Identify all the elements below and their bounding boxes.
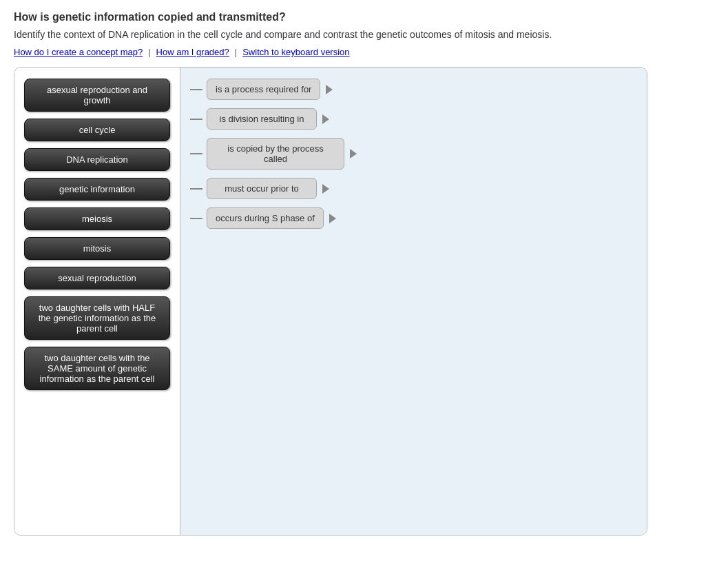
line-left-4 — [190, 188, 202, 190]
conn-must-occur[interactable]: must occur prior to — [207, 178, 317, 199]
concept-map: asexual reproduction and growth cell cyc… — [14, 67, 647, 536]
node-mitosis[interactable]: mitosis — [24, 237, 170, 260]
page-subtitle: Identify the context of DNA replication … — [14, 29, 714, 40]
connector-row-must-occur: must occur prior to — [190, 178, 637, 199]
separator-2: | — [235, 47, 237, 57]
arrow-1 — [326, 85, 333, 94]
node-sexual-repro[interactable]: sexual reproduction — [24, 267, 170, 289]
node-cell-cycle[interactable]: cell cycle — [24, 119, 170, 141]
link-keyboard[interactable]: Switch to keyboard version — [242, 47, 349, 57]
connector-row-copied-by: is copied by the process called — [190, 138, 637, 170]
node-asexual[interactable]: asexual reproduction and growth — [24, 79, 170, 112]
left-panel: asexual reproduction and growth cell cyc… — [14, 68, 180, 535]
arrow-5 — [329, 214, 336, 223]
conn-copied-by[interactable]: is copied by the process called — [207, 138, 344, 170]
line-left-3 — [190, 153, 202, 154]
arrow-4 — [322, 184, 329, 194]
line-left-5 — [190, 218, 202, 219]
separator-1: | — [148, 47, 150, 57]
connector-row-occurs-during: occurs during S phase of — [190, 207, 637, 229]
links-bar: How do I create a concept map? | How am … — [14, 47, 714, 57]
line-left-2 — [190, 119, 202, 120]
link-howto[interactable]: How do I create a concept map? — [14, 47, 143, 57]
node-dna-replication[interactable]: DNA replication — [24, 148, 170, 171]
node-genetic-info[interactable]: genetic information — [24, 178, 170, 201]
right-panel: is a process required for is division re… — [180, 68, 647, 535]
page-title: How is genetic information copied and tr… — [14, 11, 714, 23]
node-two-daughter-same[interactable]: two daughter cells with the SAME amount … — [24, 347, 170, 390]
arrow-2 — [322, 114, 329, 124]
node-meiosis[interactable]: meiosis — [24, 207, 170, 230]
conn-division-resulting[interactable]: is division resulting in — [207, 108, 317, 130]
line-left-1 — [190, 89, 202, 90]
connector-row-division-resulting: is division resulting in — [190, 108, 637, 130]
conn-occurs-during[interactable]: occurs during S phase of — [207, 207, 324, 229]
link-graded[interactable]: How am I graded? — [156, 47, 229, 57]
node-two-daughter-half[interactable]: two daughter cells with HALF the genetic… — [24, 296, 170, 340]
conn-process-required[interactable]: is a process required for — [207, 79, 320, 100]
connector-row-process-required: is a process required for — [190, 79, 637, 100]
arrow-3 — [350, 149, 357, 159]
